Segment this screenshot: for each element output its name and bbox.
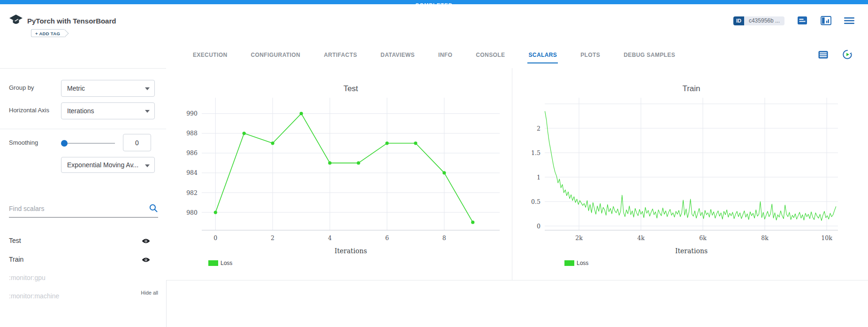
tab-configuration[interactable]: CONFIGURATION (250, 46, 301, 63)
tab-bar: EXECUTION CONFIGURATION ARTIFACTS DATAVI… (0, 46, 868, 68)
id-value: c435956b ... (744, 16, 784, 25)
smoothing-slider[interactable] (61, 140, 115, 147)
metric-row-monitor-machine[interactable]: :monitor:machine (0, 288, 166, 304)
tab-console[interactable]: CONSOLE (475, 46, 506, 63)
chart-card-test: 99098898698498298002468 Test Iterations … (166, 68, 512, 280)
horizontal-axis-label: Horizontal Axis (9, 107, 49, 114)
svg-text:8: 8 (442, 234, 446, 241)
horizontal-axis-select[interactable]: Iterations (61, 102, 155, 119)
chart-title: Train (545, 84, 838, 93)
id-badge: ID (733, 16, 744, 25)
svg-text:1: 1 (537, 174, 541, 181)
metric-label: :monitor:gpu (9, 274, 46, 281)
tab-scalars[interactable]: SCALARS (527, 46, 558, 63)
experiment-page: COMPLETED PyTorch with TensorBoard + ADD… (0, 0, 868, 327)
svg-text:980: 980 (186, 209, 198, 216)
svg-text:8k: 8k (761, 234, 769, 241)
scalar-search (9, 200, 158, 218)
add-tag-button[interactable]: + ADD TAG (31, 29, 64, 37)
chevron-down-icon (145, 87, 150, 90)
tabbar-icons (817, 49, 853, 60)
tab-artifacts[interactable]: ARTIFACTS (323, 46, 358, 63)
experiment-logo-icon (8, 14, 23, 27)
charts-bottom-divider (166, 280, 868, 280)
description-icon[interactable] (797, 16, 808, 26)
svg-text:984: 984 (186, 169, 198, 176)
smoothing-method-select[interactable]: Exponential Moving Av... (61, 157, 155, 173)
svg-text:10k: 10k (821, 234, 832, 241)
auto-refresh-icon[interactable] (842, 49, 853, 60)
header-actions: ID c435956b ... (733, 16, 855, 26)
svg-text:1.5: 1.5 (531, 149, 541, 156)
scalars-sidebar: Group by Metric Horizontal Axis Iteratio… (0, 69, 166, 327)
metric-label: :monitor:machine (9, 292, 59, 300)
metric-row-test[interactable]: Test (0, 233, 166, 249)
chart-x-axis-label: Iterations (202, 247, 500, 255)
header: PyTorch with TensorBoard + ADD TAG ID c4… (0, 4, 868, 46)
slider-knob[interactable] (61, 140, 68, 147)
eye-visible-icon[interactable] (142, 256, 150, 265)
chart-x-axis-label: Iterations (545, 247, 838, 255)
legend-swatch (208, 260, 218, 266)
smoothing-value-field[interactable]: 0 (123, 134, 151, 151)
slider-track (64, 143, 115, 144)
chart-title: Test (202, 84, 500, 93)
legend-item-loss[interactable]: Loss (208, 260, 232, 266)
svg-text:982: 982 (186, 189, 198, 196)
chart-card-divider (512, 69, 512, 280)
smoothing-method-value: Exponential Moving Av... (67, 161, 138, 169)
tab-dataviews[interactable]: DATAVIEWS (380, 46, 416, 63)
svg-text:0: 0 (537, 223, 541, 230)
metric-label: Test (9, 237, 21, 244)
svg-text:0.5: 0.5 (531, 198, 541, 205)
table-view-icon[interactable] (817, 49, 829, 60)
svg-text:2k: 2k (575, 234, 583, 241)
tab-execution[interactable]: EXECUTION (192, 46, 228, 63)
legend-item-loss[interactable]: Loss (564, 260, 588, 266)
tab-debug-samples[interactable]: DEBUG SAMPLES (623, 46, 676, 63)
chevron-down-icon (145, 110, 150, 113)
svg-text:4: 4 (328, 234, 332, 241)
metric-label: Train (9, 256, 23, 263)
tab-info[interactable]: INFO (437, 46, 453, 63)
menu-icon[interactable] (844, 16, 855, 26)
search-input[interactable] (9, 200, 158, 217)
metric-row-monitor-gpu[interactable]: :monitor:gpu (0, 270, 166, 286)
legend-label: Loss (577, 260, 588, 266)
panel-icon[interactable] (820, 16, 831, 26)
chart-card-train: 00.511.522k4k6k8k10k Train Iterations Lo… (512, 68, 868, 280)
svg-text:6: 6 (385, 234, 389, 241)
search-icon[interactable] (149, 203, 158, 215)
legend-swatch (564, 260, 574, 266)
svg-text:2: 2 (271, 234, 274, 241)
eye-visible-icon[interactable] (142, 237, 150, 246)
experiment-id-chip[interactable]: ID c435956b ... (733, 16, 784, 25)
svg-text:988: 988 (186, 130, 198, 137)
svg-text:2: 2 (537, 125, 541, 132)
metric-row-train[interactable]: Train (0, 252, 166, 268)
svg-text:6k: 6k (699, 234, 707, 241)
group-by-value: Metric (67, 85, 85, 92)
group-by-label: Group by (9, 84, 34, 91)
horizontal-axis-value: Iterations (67, 107, 94, 115)
svg-text:4k: 4k (637, 234, 645, 241)
smoothing-label: Smoothing (9, 139, 38, 146)
sidebar-divider (0, 129, 166, 129)
svg-text:990: 990 (186, 110, 198, 117)
svg-text:986: 986 (186, 149, 198, 156)
legend-label: Loss (221, 260, 232, 266)
tabs: EXECUTION CONFIGURATION ARTIFACTS DATAVI… (0, 46, 868, 63)
page-title: PyTorch with TensorBoard (27, 17, 116, 25)
svg-text:0: 0 (213, 234, 217, 241)
chevron-down-icon (145, 164, 150, 167)
tab-plots[interactable]: PLOTS (579, 46, 601, 63)
group-by-select[interactable]: Metric (61, 80, 155, 97)
